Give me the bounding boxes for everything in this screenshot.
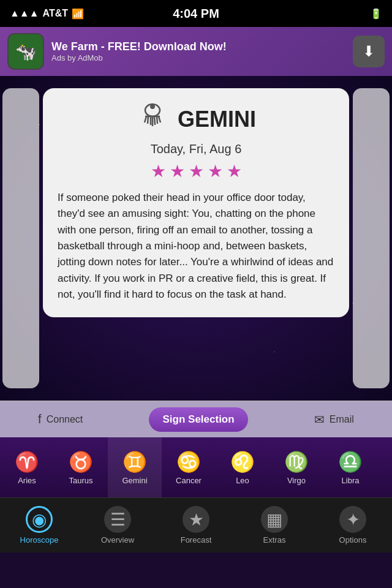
zodiac-symbol: ♉	[69, 450, 93, 473]
ad-banner[interactable]: 🐄 We Farm - FREE! Download Now! Ads by A…	[0, 27, 392, 76]
zodiac-label: Cancer	[176, 476, 202, 485]
zodiac-label: Libra	[342, 476, 360, 485]
nav-icon-circle: ★	[183, 506, 209, 533]
stars-row: ★ ★ ★ ★ ★	[151, 161, 242, 181]
nav-label: Horoscope	[20, 535, 59, 545]
sign-selection-label: Sign Selection	[162, 413, 234, 426]
email-label: Email	[330, 414, 354, 425]
bottom-nav: ◉ Horoscope ☰ Overview ★ Forecast ▦ Extr…	[0, 497, 392, 552]
wifi-icon: 📶	[72, 8, 84, 20]
svg-line-9	[159, 116, 160, 123]
svg-line-4	[148, 116, 148, 124]
nav-item-options[interactable]: ✦ Options	[314, 506, 392, 545]
svg-point-1	[150, 104, 155, 109]
zodiac-symbol: ♈	[15, 450, 39, 473]
zodiac-item-cancer[interactable]: ♋ Cancer	[162, 437, 216, 497]
horoscope-card: GEMINI Today, Fri, Aug 6 ★ ★ ★ ★ ★ If so…	[43, 88, 349, 317]
connect-button[interactable]: f Connect	[28, 407, 92, 431]
next-sign-card[interactable]	[353, 88, 390, 388]
ad-subtitle: Ads by AdMob	[51, 53, 345, 62]
zodiac-symbol: ♎	[338, 450, 363, 473]
download-icon: ⬇	[363, 43, 375, 60]
nav-item-overview[interactable]: ☰ Overview	[78, 506, 157, 545]
connect-label: Connect	[47, 414, 83, 425]
nav-icon-symbol: ☰	[110, 510, 126, 530]
action-bar: f Connect Sign Selection ✉ Email	[0, 401, 392, 437]
zodiac-symbol: ♍	[284, 450, 309, 473]
star-2: ★	[170, 161, 185, 181]
svg-line-3	[145, 116, 146, 123]
sign-selection-button[interactable]: Sign Selection	[149, 407, 247, 432]
nav-icon-symbol: ★	[189, 510, 204, 530]
main-content: GEMINI Today, Fri, Aug 6 ★ ★ ★ ★ ★ If so…	[0, 76, 392, 401]
card-header: GEMINI	[136, 100, 256, 138]
email-icon: ✉	[314, 412, 325, 427]
nav-icon-symbol: ◉	[32, 510, 47, 530]
nav-icon-circle: ☰	[104, 506, 131, 533]
status-right: 🔋	[370, 8, 382, 20]
nav-icon-circle: ▦	[261, 506, 288, 533]
nav-label: Options	[339, 535, 367, 545]
zodiac-label: Aries	[18, 476, 36, 485]
time-display: 4:04 PM	[173, 7, 219, 21]
ad-app-icon: 🐄	[7, 33, 44, 70]
nav-label: Forecast	[181, 535, 212, 545]
ad-title: We Farm - FREE! Download Now!	[51, 40, 345, 53]
gemini-symbol	[136, 100, 169, 138]
zodiac-label: Leo	[236, 476, 249, 485]
zodiac-symbol: ♌	[230, 450, 255, 473]
star-1: ★	[151, 161, 166, 181]
nav-label: Overview	[101, 535, 134, 545]
card-date: Today, Fri, Aug 6	[151, 142, 242, 156]
zodiac-item-virgo[interactable]: ♍ Virgo	[270, 437, 323, 497]
ad-download-button[interactable]: ⬇	[353, 36, 385, 67]
sign-name: GEMINI	[178, 107, 256, 132]
battery-icon: 🔋	[370, 8, 382, 20]
zodiac-label: Gemini	[122, 476, 147, 485]
svg-line-7	[154, 116, 155, 125]
nav-item-forecast[interactable]: ★ Forecast	[157, 506, 235, 545]
nav-label: Extras	[263, 535, 286, 545]
zodiac-bar: ♈ Aries ♉ Taurus ♊ Gemini ♋ Cancer ♌ Leo…	[0, 437, 392, 497]
status-bar: ▲▲▲ AT&T 📶 4:04 PM 🔋	[0, 0, 392, 27]
gemini-svg-icon	[136, 100, 169, 134]
ad-text-block: We Farm - FREE! Download Now! Ads by AdM…	[51, 40, 345, 62]
zodiac-item-libra[interactable]: ♎ Libra	[323, 437, 377, 497]
carrier-label: AT&T	[43, 8, 68, 19]
zodiac-symbol: ♊	[123, 450, 147, 473]
star-5: ★	[227, 161, 242, 181]
star-4: ★	[208, 161, 223, 181]
zodiac-item-aries[interactable]: ♈ Aries	[0, 437, 54, 497]
zodiac-item-leo[interactable]: ♌ Leo	[216, 437, 270, 497]
zodiac-item-gemini[interactable]: ♊ Gemini	[108, 437, 162, 497]
status-left: ▲▲▲ AT&T 📶	[10, 8, 84, 20]
nav-item-extras[interactable]: ▦ Extras	[235, 506, 314, 545]
zodiac-symbol: ♋	[176, 450, 201, 473]
email-button[interactable]: ✉ Email	[304, 407, 364, 432]
prev-sign-card[interactable]	[2, 88, 39, 388]
nav-icon-symbol: ✦	[346, 510, 360, 530]
nav-icon-symbol: ▦	[266, 510, 282, 530]
zodiac-label: Virgo	[287, 476, 306, 485]
star-3: ★	[189, 161, 204, 181]
nav-item-horoscope[interactable]: ◉ Horoscope	[0, 506, 78, 545]
zodiac-label: Taurus	[69, 476, 92, 485]
horoscope-text: If someone poked their head in your offi…	[58, 190, 334, 303]
svg-line-8	[157, 116, 157, 124]
zodiac-item-taurus[interactable]: ♉ Taurus	[54, 437, 108, 497]
nav-icon-circle: ✦	[339, 506, 366, 533]
nav-icon-active: ◉	[26, 506, 53, 533]
signal-bars: ▲▲▲	[10, 8, 39, 19]
facebook-icon: f	[38, 412, 42, 426]
